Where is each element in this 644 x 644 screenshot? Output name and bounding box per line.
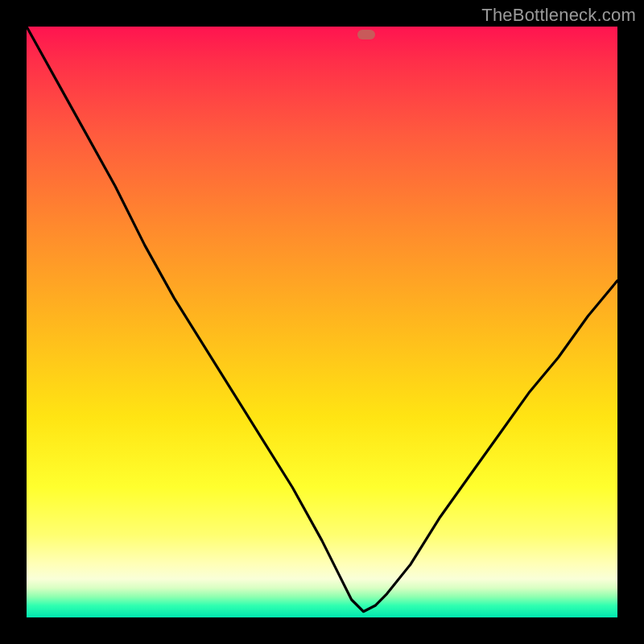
optimal-marker xyxy=(357,30,375,39)
watermark: TheBottleneck.com xyxy=(481,5,636,26)
curve-path xyxy=(27,27,617,612)
bottleneck-curve xyxy=(27,27,617,617)
chart-frame: TheBottleneck.com xyxy=(0,0,644,644)
plot-area xyxy=(27,27,617,617)
